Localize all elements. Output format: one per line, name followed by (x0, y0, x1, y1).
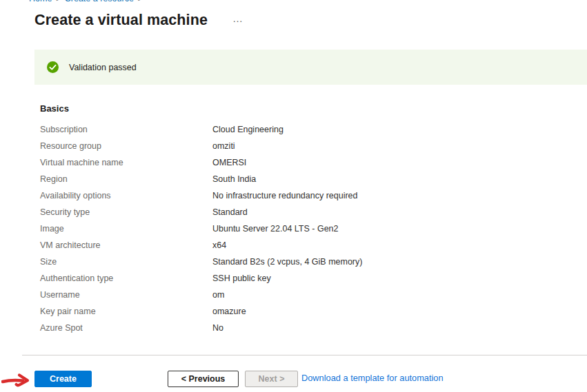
field-label: VM architecture (40, 240, 212, 250)
field-value: om (212, 290, 224, 300)
more-options-icon[interactable]: … (232, 12, 243, 24)
footer-divider (22, 355, 587, 355)
field-value: Cloud Engineering (212, 125, 283, 134)
field-value: x64 (212, 240, 226, 250)
next-button: Next > (245, 371, 298, 387)
field-label: Username (40, 290, 212, 300)
field-value: Standard B2s (2 vcpus, 4 GiB memory) (212, 257, 362, 267)
check-circle-icon (47, 61, 59, 73)
validation-banner: Validation passed (34, 50, 587, 85)
field-label: Security type (40, 207, 212, 217)
breadcrumb-home-link[interactable]: Home (29, 0, 52, 3)
field-label: Size (40, 257, 212, 267)
field-row: Resource groupomziti (40, 138, 573, 154)
validation-message: Validation passed (69, 63, 137, 72)
field-value: No infrastructure redundancy required (212, 191, 358, 200)
field-label: Virtual machine name (40, 158, 212, 167)
breadcrumb-separator: > (138, 0, 142, 3)
field-value: omziti (212, 141, 235, 151)
footer-bar: Create < Previous Next > Download a temp… (0, 371, 587, 388)
field-row: SubscriptionCloud Engineering (40, 121, 573, 138)
field-row: Authentication typeSSH public key (40, 270, 573, 287)
field-row: RegionSouth India (40, 171, 573, 187)
previous-button[interactable]: < Previous (168, 371, 239, 387)
breadcrumb-separator: > (56, 0, 60, 3)
field-label: Availability options (40, 191, 212, 200)
field-value: Ubuntu Server 22.04 LTS - Gen2 (212, 224, 339, 234)
create-button[interactable]: Create (34, 371, 92, 387)
section-title-basics: Basics (40, 103, 69, 114)
download-template-link[interactable]: Download a template for automation (301, 373, 444, 383)
field-value: SSH public key (212, 274, 271, 283)
field-label: Image (40, 224, 212, 234)
field-row: ImageUbuntu Server 22.04 LTS - Gen2 (40, 220, 573, 237)
field-row: SizeStandard B2s (2 vcpus, 4 GiB memory) (40, 254, 573, 270)
field-row: Azure SpotNo (40, 320, 573, 336)
field-label: Azure Spot (40, 323, 212, 333)
field-label: Subscription (40, 125, 212, 134)
field-value: OMERSI (212, 158, 246, 167)
field-label: Region (40, 174, 212, 184)
field-row: VM architecturex64 (40, 237, 573, 254)
breadcrumb: Home>Create a resource> (29, 0, 146, 3)
field-row: Key pair nameomazure (40, 303, 573, 320)
breadcrumb-create-resource-link[interactable]: Create a resource (65, 0, 134, 3)
page-title: Create a virtual machine (34, 12, 208, 29)
field-row: Virtual machine nameOMERSI (40, 154, 573, 171)
field-row: Security typeStandard (40, 204, 573, 220)
field-row: Usernameom (40, 287, 573, 303)
field-label: Resource group (40, 141, 212, 151)
field-row: Availability optionsNo infrastructure re… (40, 187, 573, 204)
field-value: No (212, 323, 223, 333)
field-label: Authentication type (40, 274, 212, 283)
field-value: omazure (212, 307, 246, 316)
fields-table: SubscriptionCloud EngineeringResource gr… (40, 121, 573, 336)
field-value: Standard (212, 207, 248, 217)
field-label: Key pair name (40, 307, 212, 316)
field-value: South India (212, 174, 256, 184)
